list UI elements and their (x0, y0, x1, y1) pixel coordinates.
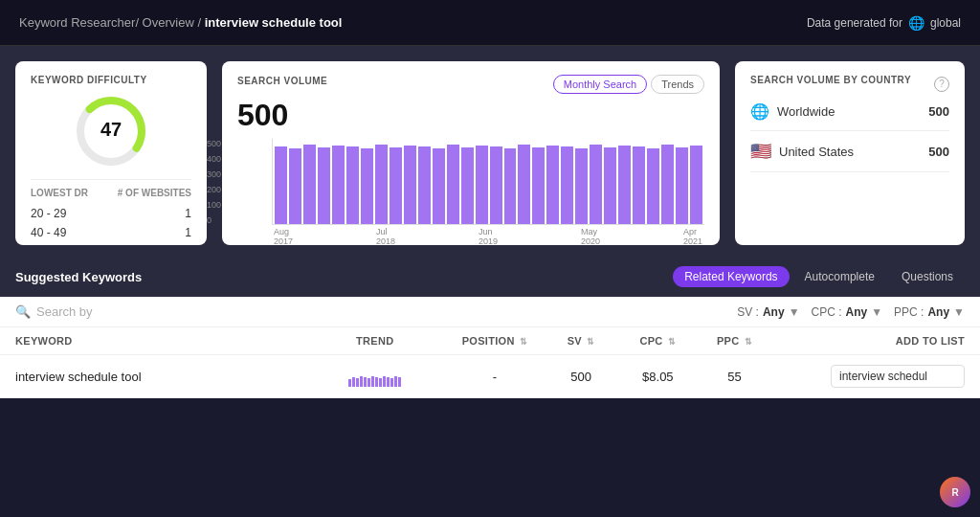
kd-range-1: 20 - 29 (31, 207, 66, 220)
ppc-filter-arrow: ▼ (953, 305, 965, 319)
search-volume-card: SEARCH VOLUME Monthly Search Trends 500 … (222, 61, 720, 245)
chart-bar (676, 147, 688, 224)
ppc-filter[interactable]: PPC : Any ▼ (894, 305, 965, 319)
sv-filter-value: Any (763, 305, 785, 319)
chart-bar (504, 148, 517, 224)
trend-bar (371, 376, 374, 387)
sv-tabs: Monthly Search Trends (553, 75, 704, 94)
chart-bar (289, 148, 301, 224)
trend-bar (356, 378, 359, 387)
cards-row: KEYWORD DIFFICULTY 47 LOWEST DR # OF WEB… (0, 46, 980, 257)
country-us: 🇺🇸 United States (750, 141, 854, 162)
chart-bar (303, 145, 316, 224)
kd-num-websites-header: # OF WEBSITES (118, 188, 191, 198)
table-row: interview schedule tool - 500 $8.05 55 (0, 355, 980, 398)
chart-bar (447, 145, 459, 224)
trend-bars (348, 366, 401, 387)
globe-icon: 🌐 (908, 15, 924, 31)
search-icon: 🔍 (15, 304, 31, 319)
kd-title: KEYWORD DIFFICULTY (31, 75, 191, 85)
col-header-ppc: PPC ⇅ (696, 335, 772, 347)
sv-value: 500 (237, 98, 704, 133)
trend-bar (398, 377, 401, 387)
col-header-trend: TREND (303, 335, 447, 347)
chart-bar (575, 148, 588, 224)
add-to-list-input[interactable] (831, 365, 965, 388)
tab-related-keywords[interactable]: Related Keywords (673, 266, 789, 287)
svc-title: SEARCH VOLUME BY COUNTRY (750, 75, 911, 85)
trend-bar (348, 379, 351, 387)
bottom-section: Suggested Keywords Related Keywords Auto… (0, 257, 980, 398)
worldwide-globe-icon: 🌐 (750, 102, 769, 121)
chart-bar (404, 146, 416, 224)
trend-bar (368, 378, 370, 387)
chart-bar (275, 146, 287, 224)
chart-bars (272, 139, 704, 225)
cpc-filter[interactable]: CPC : Any ▼ (812, 305, 883, 319)
chart-bar (476, 146, 488, 224)
sv-tab-trends[interactable]: Trends (651, 75, 704, 94)
breadcrumb: Keyword Researcher/ Overview / interview… (19, 15, 342, 30)
chart-bar (318, 147, 330, 224)
avatar[interactable]: R (940, 477, 970, 507)
kd-value: 47 (100, 119, 122, 140)
row-position: - (447, 370, 543, 384)
sv-header: SEARCH VOLUME Monthly Search Trends (237, 75, 704, 94)
chart-bar (661, 145, 674, 224)
country-worldwide: 🌐 Worldwide (750, 102, 835, 121)
sv-tab-monthly[interactable]: Monthly Search (553, 75, 647, 94)
chart-bar (647, 148, 659, 224)
chart-bar (361, 148, 373, 224)
trend-bar (375, 377, 378, 387)
worldwide-value: 500 (928, 104, 949, 119)
trend-bar (352, 377, 355, 387)
chart-bar (546, 146, 559, 224)
keyword-type-tabs: Related Keywords Autocomplete Questions (673, 266, 965, 287)
chart-bar (618, 146, 631, 224)
row-keyword: interview schedule tool (15, 370, 303, 384)
table-header-row: KEYWORD TREND POSITION ⇅ SV ⇅ CPC ⇅ PPC … (0, 327, 980, 355)
breadcrumb-prefix: Keyword Researcher/ Overview / (19, 15, 201, 30)
country-row-worldwide: 🌐 Worldwide 500 (750, 93, 949, 131)
kd-row-1: 20 - 29 1 (31, 204, 191, 223)
col-header-add-to-list: ADD TO LIST (773, 335, 965, 347)
keyword-difficulty-card: KEYWORD DIFFICULTY 47 LOWEST DR # OF WEB… (15, 61, 207, 245)
row-add-to-list[interactable] (773, 365, 965, 388)
trend-bar (379, 378, 382, 387)
us-flag-icon: 🇺🇸 (750, 141, 771, 162)
cpc-filter-label: CPC : (812, 305, 842, 319)
ppc-filter-label: PPC : (894, 305, 924, 319)
chart-bar (633, 146, 645, 224)
tab-questions[interactable]: Questions (890, 266, 965, 287)
trend-bar (360, 376, 363, 387)
search-placeholder[interactable]: Search by (36, 304, 93, 319)
col-header-cpc: CPC ⇅ (619, 335, 696, 347)
kd-count-1: 1 (185, 207, 191, 220)
chart-bar (390, 147, 402, 224)
chart-bar (418, 146, 431, 224)
chart-bar (518, 145, 530, 224)
sv-filter[interactable]: SV : Any ▼ (737, 305, 799, 319)
worldwide-label: Worldwide (777, 104, 835, 119)
trend-bar (390, 378, 393, 387)
donut-chart: 47 (73, 93, 149, 169)
chart-bar (690, 146, 702, 224)
search-volume-country-card: SEARCH VOLUME BY COUNTRY ? 🌐 Worldwide 5… (735, 61, 965, 245)
kd-table: LOWEST DR # OF WEBSITES 20 - 29 1 40 - 4… (31, 179, 191, 242)
filters-row: 🔍 Search by SV : Any ▼ CPC : Any ▼ PPC :… (0, 297, 980, 327)
chart-bar (461, 147, 474, 224)
chart-bar (346, 146, 359, 224)
us-label: United States (779, 145, 854, 159)
help-icon[interactable]: ? (934, 77, 949, 92)
chart-container: 500 400 300 200 100 0 Aug2017 Jul2018 Ju… (237, 139, 704, 246)
data-generated-region: global (930, 16, 961, 30)
donut-chart-wrap: 47 (31, 93, 191, 169)
app-header: Keyword Researcher/ Overview / interview… (0, 0, 980, 46)
tab-autocomplete[interactable]: Autocomplete (793, 266, 886, 287)
col-header-sv: SV ⇅ (543, 335, 619, 347)
breadcrumb-keyword: interview schedule tool (205, 15, 343, 30)
trend-bar (364, 377, 367, 387)
chart-bar (433, 148, 445, 224)
keyword-search-wrap: 🔍 Search by (15, 304, 725, 319)
chart-bar (604, 147, 616, 224)
